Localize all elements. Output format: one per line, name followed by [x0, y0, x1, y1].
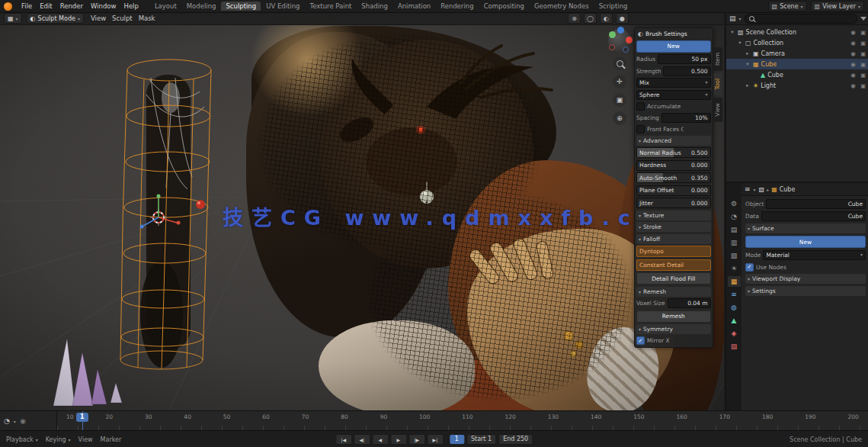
- tool-panel-radius-value[interactable]: 50 px: [658, 54, 710, 64]
- blender-logo-icon[interactable]: [4, 2, 12, 11]
- hide-in-viewport-icon[interactable]: ◉: [850, 82, 856, 89]
- disable-in-renders-icon[interactable]: ▣: [860, 61, 866, 68]
- overlays-toggle-icon[interactable]: ◯: [584, 13, 597, 24]
- tab-material[interactable]: ◈: [728, 328, 741, 339]
- disable-in-renders-icon[interactable]: ▣: [860, 72, 866, 79]
- next-keyframe-button[interactable]: |▶: [408, 434, 425, 445]
- tab-object-data[interactable]: ▲: [728, 315, 741, 326]
- hide-in-viewport-icon[interactable]: ◉: [850, 29, 856, 36]
- tool-panel-front-faces-only[interactable]: Front Faces Only: [636, 124, 711, 133]
- workspace-tab-scripting[interactable]: Scripting: [594, 2, 633, 11]
- tool-panel-accumulate[interactable]: Accumulate: [636, 101, 711, 111]
- properties-mode-select[interactable]: Material▾: [763, 250, 866, 260]
- viewport-menu-sculpt[interactable]: Sculpt: [110, 14, 135, 22]
- gizmos-toggle-icon[interactable]: ⊕: [568, 13, 581, 24]
- workspace-tab-modeling[interactable]: Modeling: [182, 2, 221, 11]
- disable-in-renders-icon[interactable]: ▣: [860, 29, 866, 36]
- auto-keying-icon[interactable]: ◉: [20, 417, 26, 425]
- tool-panel-mirror-x-checkbox[interactable]: ✓: [636, 336, 645, 345]
- workspace-tab-uv-editing[interactable]: UV Editing: [261, 2, 304, 11]
- perspective-toggle-icon[interactable]: ⊕: [613, 111, 626, 125]
- sidebar-tab-tool[interactable]: Tool: [713, 73, 722, 95]
- sidebar-tab-view[interactable]: View: [713, 98, 722, 122]
- current-frame-field[interactable]: 1: [450, 435, 464, 444]
- tool-panel-voxel-size-value[interactable]: 0.04 m: [668, 298, 711, 308]
- tool-panel-remesh-button[interactable]: Remesh: [636, 310, 711, 323]
- shading-mode-icon[interactable]: ●: [616, 13, 629, 24]
- previous-keyframe-button[interactable]: ◀|: [354, 434, 370, 445]
- tool-panel-texture[interactable]: ▾Texture: [636, 211, 711, 220]
- properties-settings[interactable]: ▾Settings: [745, 286, 866, 296]
- tab-scene[interactable]: ▧: [728, 250, 741, 261]
- outliner-row-light[interactable]: ▸☀Light◉▣: [726, 80, 868, 91]
- frame-start-field[interactable]: Start 1: [466, 434, 496, 445]
- zoom-tool-icon[interactable]: [613, 56, 626, 70]
- tool-panel-falloff[interactable]: ▾Falloff: [636, 234, 711, 244]
- tab-render[interactable]: ◔: [728, 211, 741, 222]
- jump-to-start-button[interactable]: |◀: [335, 434, 352, 445]
- hide-in-viewport-icon[interactable]: ◉: [850, 61, 856, 68]
- tool-panel-plane-offset-slider[interactable]: Plane Offset0.000: [636, 185, 711, 196]
- editor-properties-icon[interactable]: ≡: [745, 185, 751, 193]
- navigation-gizmo[interactable]: [608, 29, 631, 52]
- workspace-tab-sculpting[interactable]: Sculpting: [221, 2, 261, 11]
- workspace-tab-texture-paint[interactable]: Texture Paint: [306, 2, 357, 11]
- axis-y-icon[interactable]: [609, 31, 616, 38]
- hide-in-viewport-icon[interactable]: ◉: [850, 40, 856, 47]
- tool-panel-front-faces-only-checkbox[interactable]: [636, 125, 645, 133]
- axis-z-icon[interactable]: [617, 27, 624, 34]
- sidebar-tab-item[interactable]: Item: [713, 47, 722, 71]
- tab-tool[interactable]: ⚙: [728, 198, 741, 209]
- properties-viewport-display[interactable]: ▾Viewport Display: [745, 274, 866, 284]
- statusbar-menu-view[interactable]: View: [78, 436, 93, 443]
- tool-panel-symmetry[interactable]: ▾Symmetry: [636, 324, 711, 334]
- expander-icon[interactable]: ▸: [745, 50, 751, 56]
- tab-world[interactable]: ☀: [728, 263, 741, 274]
- expander-icon[interactable]: ▾: [729, 29, 735, 35]
- tool-panel-advanced[interactable]: ▾Advanced: [636, 136, 711, 146]
- red-sphere-object[interactable]: [196, 200, 205, 209]
- outliner-row-collection[interactable]: ▾▢Collection◉▣: [726, 37, 868, 48]
- mode-selector[interactable]: ◐ Sculpt Mode ▾: [27, 13, 84, 24]
- tab-physics[interactable]: ◍: [728, 302, 741, 313]
- playhead-frame-badge[interactable]: 1: [76, 413, 88, 422]
- menu-window[interactable]: Window: [87, 2, 120, 11]
- statusbar-menu-marker[interactable]: Marker: [101, 436, 122, 443]
- outliner-row-scene-collection[interactable]: ▾▧Scene Collection◉▣: [726, 27, 868, 37]
- viewport-menu-mask[interactable]: Mask: [136, 14, 158, 22]
- hide-in-viewport-icon[interactable]: ◉: [850, 72, 856, 79]
- editor-outliner-icon[interactable]: ▤: [729, 14, 736, 22]
- editor-type-selector[interactable]: ▦ ▾: [4, 13, 22, 24]
- tab-output[interactable]: ▤: [728, 224, 741, 235]
- properties-surface[interactable]: ▾Surface: [745, 224, 866, 233]
- disable-in-renders-icon[interactable]: ▣: [860, 40, 866, 47]
- tool-panel-strength-value[interactable]: 0.500: [663, 66, 710, 76]
- workspace-tab-animation[interactable]: Animation: [393, 2, 435, 11]
- properties-data-value[interactable]: Cube: [761, 211, 866, 221]
- filter-icon[interactable]: [860, 17, 866, 21]
- tool-panel-sphere-select[interactable]: Sphere▾: [636, 90, 711, 100]
- properties-new-button[interactable]: New: [745, 236, 866, 248]
- view-layer-selector[interactable]: ▥ View Layer ▾: [811, 1, 864, 11]
- menu-file[interactable]: File: [18, 2, 36, 11]
- tab-object[interactable]: ▦: [728, 276, 741, 287]
- viewport-menu-view[interactable]: View: [88, 14, 108, 22]
- xray-toggle-icon[interactable]: ◐: [600, 13, 613, 24]
- tool-panel-new-button[interactable]: New: [636, 40, 711, 53]
- tool-panel-constant-detail[interactable]: Constant Detail: [636, 259, 711, 271]
- tool-panel-stroke[interactable]: ▾Stroke: [636, 222, 711, 232]
- axis-x-negative-icon[interactable]: [609, 44, 615, 50]
- outliner-search-input[interactable]: [745, 14, 857, 24]
- tool-panel-normal-radius-slider[interactable]: Normal Radius0.500: [636, 147, 711, 158]
- editor-timeline-icon[interactable]: ◔: [4, 417, 10, 425]
- axis-x-icon[interactable]: [626, 37, 633, 43]
- properties-use-nodes[interactable]: ✓Use Nodes: [745, 262, 866, 272]
- hide-in-viewport-icon[interactable]: ◉: [850, 50, 856, 57]
- disable-in-renders-icon[interactable]: ▣: [860, 82, 866, 89]
- pan-tool-icon[interactable]: ✛: [613, 75, 626, 88]
- tool-panel-brush-settings[interactable]: ◐Brush Settings: [636, 30, 711, 38]
- camera-view-icon[interactable]: ▣: [613, 93, 626, 107]
- outliner-row-camera[interactable]: ▸▣Camera◉▣: [726, 48, 868, 59]
- viewport-canvas[interactable]: 技艺CG www.qdmxxfb.cn ✛ ▣ ⊕ ◐Brush Setting…: [0, 24, 724, 410]
- tool-panel-mirror-x[interactable]: ✓Mirror X: [636, 336, 711, 346]
